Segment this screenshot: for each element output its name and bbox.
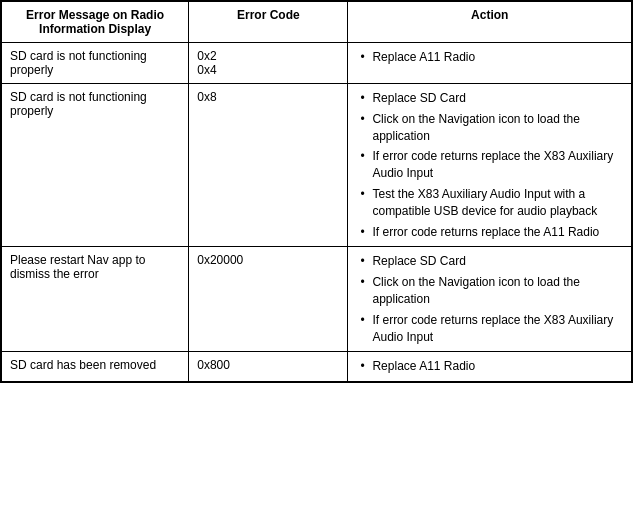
action-item: If error code returns replace the X83 Au…: [356, 148, 623, 182]
table-row: SD card is not functioning properly0x8Re…: [2, 84, 632, 247]
action-cell: Replace A11 Radio: [348, 43, 632, 84]
header-error-msg: Error Message on Radio Information Displ…: [2, 2, 189, 43]
action-item: Replace SD Card: [356, 253, 623, 270]
main-table-container: Error Message on Radio Information Displ…: [0, 0, 633, 383]
error-msg-cell: SD card has been removed: [2, 352, 189, 382]
table-header-row: Error Message on Radio Information Displ…: [2, 2, 632, 43]
header-error-code: Error Code: [189, 2, 348, 43]
error-msg-cell: SD card is not functioning properly: [2, 43, 189, 84]
action-cell: Replace SD CardClick on the Navigation i…: [348, 84, 632, 247]
action-item: Replace A11 Radio: [356, 49, 623, 66]
error-table: Error Message on Radio Information Displ…: [1, 1, 632, 382]
error-msg-cell: SD card is not functioning properly: [2, 84, 189, 247]
table-row: Please restart Nav app to dismiss the er…: [2, 247, 632, 352]
error-msg-cell: Please restart Nav app to dismiss the er…: [2, 247, 189, 352]
action-item: Click on the Navigation icon to load the…: [356, 111, 623, 145]
action-item: If error code returns replace the X83 Au…: [356, 312, 623, 346]
action-cell: Replace SD CardClick on the Navigation i…: [348, 247, 632, 352]
header-action: Action: [348, 2, 632, 43]
table-row: SD card is not functioning properly0x20x…: [2, 43, 632, 84]
error-code-cell: 0x8: [189, 84, 348, 247]
action-item: If error code returns replace the A11 Ra…: [356, 224, 623, 241]
action-item: Replace SD Card: [356, 90, 623, 107]
action-item: Replace A11 Radio: [356, 358, 623, 375]
error-code-cell: 0x20x4: [189, 43, 348, 84]
action-item: Test the X83 Auxiliary Audio Input with …: [356, 186, 623, 220]
action-cell: Replace A11 Radio: [348, 352, 632, 382]
error-code-cell: 0x20000: [189, 247, 348, 352]
error-code-cell: 0x800: [189, 352, 348, 382]
table-row: SD card has been removed0x800Replace A11…: [2, 352, 632, 382]
action-item: Click on the Navigation icon to load the…: [356, 274, 623, 308]
